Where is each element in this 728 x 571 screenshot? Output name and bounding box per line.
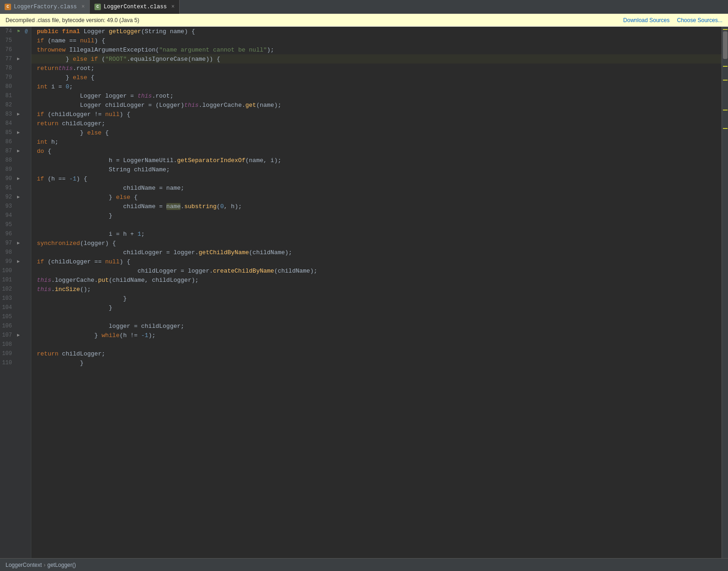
code-line: childLogger = logger.createChildByName(c…: [31, 266, 722, 275]
code-line: String childName;: [31, 165, 722, 174]
tab-loggercontext[interactable]: C LoggerContext.class ×: [90, 0, 180, 14]
info-bar-links: Download Sources Choose Sources...: [623, 17, 722, 23]
editor-container: 74⚑@↑75767778798081828384858687888990919…: [0, 27, 728, 558]
code-line: if (name == null) {: [31, 36, 722, 45]
choose-sources-link[interactable]: Choose Sources...: [677, 17, 722, 23]
line-number: 96: [0, 231, 15, 237]
tab-loggerfactory-close[interactable]: ×: [82, 4, 85, 10]
code-line: throw new IllegalArgumentException("name…: [31, 45, 722, 54]
gutter-row: 80: [0, 82, 31, 91]
code-line: h = LoggerNameUtil.getSeparatorIndexOf(n…: [31, 156, 722, 165]
line-number: 87: [0, 148, 15, 154]
scrollbar-thumb[interactable]: [723, 31, 728, 59]
code-line: i = h + 1;: [31, 229, 722, 239]
code-line: return this.root;: [31, 64, 722, 73]
line-number: 74: [0, 28, 15, 35]
scrollbar[interactable]: [722, 27, 728, 558]
code-line: }: [31, 294, 722, 303]
code-line: do {: [31, 146, 722, 156]
gutter-row: 83: [0, 110, 31, 119]
svg-marker-2: [17, 131, 20, 134]
line-number: 109: [0, 350, 15, 357]
code-area[interactable]: public final Logger getLogger(String nam…: [31, 27, 722, 558]
gutter-row: 74⚑@↑: [0, 27, 31, 36]
expand-icon[interactable]: [15, 55, 22, 63]
line-number: 85: [0, 129, 15, 136]
code-line: if (h == -1) {: [31, 174, 722, 183]
expand-icon[interactable]: [15, 193, 22, 201]
gutter-row: 109: [0, 349, 31, 358]
code-line: if (childLogger != null) {: [31, 110, 722, 119]
gutter-row: 101: [0, 275, 31, 285]
gutter-row: 100: [0, 266, 31, 275]
gutter-row: 86: [0, 137, 31, 146]
breadcrumb-method: getLogger(): [47, 562, 76, 568]
code-line: int i = 0;: [31, 82, 722, 91]
gutter-row: 104: [0, 303, 31, 312]
code-line: childLogger = logger.getChildByName(chil…: [31, 248, 722, 257]
line-number: 75: [0, 37, 15, 44]
gutter-row: 103: [0, 294, 31, 303]
line-number: 76: [0, 47, 15, 53]
svg-marker-6: [17, 242, 20, 245]
expand-icon[interactable]: [15, 258, 22, 265]
gutter-row: 88: [0, 156, 31, 165]
line-number: 103: [0, 295, 15, 302]
line-number: 89: [0, 166, 15, 173]
code-line: this.loggerCache.put(childName, childLog…: [31, 275, 722, 285]
line-number: 101: [0, 277, 15, 283]
svg-marker-3: [17, 150, 20, 152]
download-sources-link[interactable]: Download Sources: [623, 17, 670, 23]
code-line: return childLogger;: [31, 119, 722, 128]
gutter-row: 79: [0, 73, 31, 82]
gutter-row: 89: [0, 165, 31, 174]
expand-icon[interactable]: [15, 111, 22, 118]
line-number: 106: [0, 323, 15, 329]
line-number: 84: [0, 120, 15, 127]
line-number: 79: [0, 74, 15, 81]
code-line: childName = name.substring(0, h);: [31, 202, 722, 211]
code-line: }: [31, 211, 722, 220]
expand-icon[interactable]: [15, 175, 22, 182]
gutter-row: 77: [0, 54, 31, 64]
line-number: 86: [0, 139, 15, 145]
svg-marker-7: [17, 260, 20, 263]
code-line: this.incSize();: [31, 285, 722, 294]
code-line: childName = name;: [31, 183, 722, 192]
code-line: if (childLogger == null) {: [31, 257, 722, 266]
gutter-row: 105: [0, 312, 31, 321]
info-bar-message: Decompiled .class file, bytecode version…: [6, 17, 139, 23]
gutter-row: 107: [0, 331, 31, 340]
gutter-row: 99: [0, 257, 31, 266]
gutter-row: 91: [0, 183, 31, 192]
tab-loggercontext-close[interactable]: ×: [171, 4, 175, 10]
gutter-row: 108: [0, 340, 31, 349]
line-number: 90: [0, 175, 15, 182]
line-number: 82: [0, 102, 15, 108]
breadcrumb-separator: ›: [44, 562, 46, 568]
line-number: 88: [0, 157, 15, 163]
line-number: 105: [0, 314, 15, 320]
expand-icon[interactable]: [15, 332, 22, 339]
code-line: return childLogger;: [31, 349, 722, 358]
scrollbar-mark-2: [723, 66, 728, 67]
gutter-row: 75: [0, 36, 31, 45]
gutter-row: 92: [0, 192, 31, 202]
svg-marker-4: [17, 177, 20, 180]
code-line: [31, 220, 722, 229]
expand-icon[interactable]: [15, 239, 22, 247]
gutter-row: 84: [0, 119, 31, 128]
tab-loggerfactory[interactable]: C LoggerFactory.class ×: [0, 0, 90, 14]
tab-loggercontext-icon: C: [94, 4, 101, 10]
scrollbar-mark-1: [723, 29, 728, 30]
line-number: 98: [0, 249, 15, 256]
line-number: 107: [0, 332, 15, 338]
code-line: synchronized(logger) {: [31, 239, 722, 248]
code-line: }: [31, 358, 722, 367]
line-number: 108: [0, 341, 15, 348]
expand-icon[interactable]: [15, 129, 22, 136]
code-line: logger = childLogger;: [31, 321, 722, 331]
expand-icon[interactable]: [15, 147, 22, 155]
scrollbar-mark-5: [723, 128, 728, 129]
breadcrumb-class: LoggerContext: [6, 562, 42, 568]
